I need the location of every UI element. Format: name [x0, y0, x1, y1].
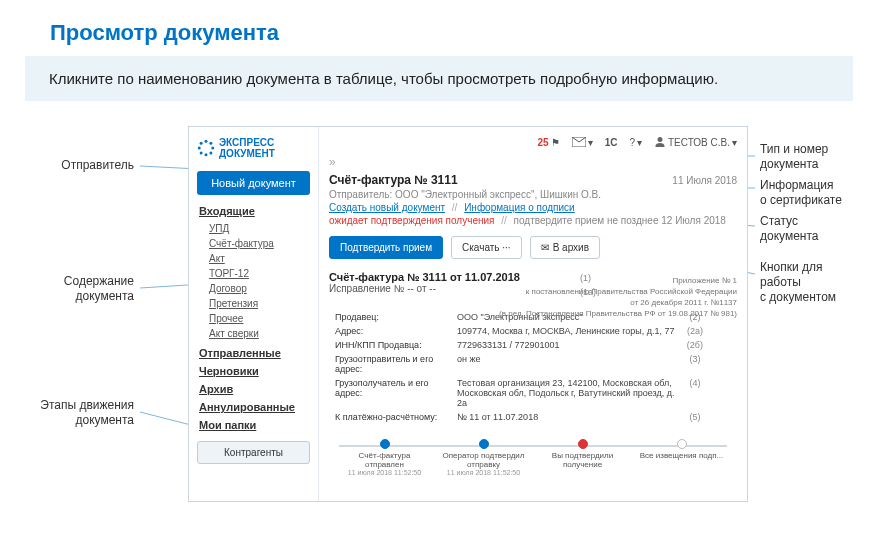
- svg-point-14: [209, 151, 212, 154]
- contractors-button[interactable]: Контрагенты: [197, 441, 310, 464]
- mail-icon[interactable]: ▾: [572, 137, 593, 148]
- callout-status: Статус документа: [760, 214, 870, 244]
- folder-item[interactable]: Договор: [199, 281, 308, 296]
- snowflake-icon: [197, 139, 215, 157]
- help-button[interactable]: ? ▾: [629, 137, 642, 148]
- app-window: ЭКСПРЕСС ДОКУМЕНТ Новый документ Входящи…: [188, 126, 748, 502]
- sender-line: Отправитель: ООО "Электронный экспресс",…: [329, 189, 737, 200]
- field-idx: (2б): [683, 339, 707, 351]
- step-label: Все извещения подп...: [637, 451, 727, 460]
- callout-sender: Отправитель: [24, 158, 134, 173]
- confirm-receive-button[interactable]: Подтвердить прием: [329, 236, 443, 259]
- logo-line2: ДОКУМЕНТ: [219, 148, 275, 159]
- document-title: Счёт-фактура № 3111: [329, 173, 458, 187]
- folder-item[interactable]: Претензия: [199, 296, 308, 311]
- folder-item[interactable]: Прочее: [199, 311, 308, 326]
- flag-icon: ⚑: [551, 137, 560, 148]
- diagram: Отправитель Содержание документа Этапы д…: [0, 126, 878, 526]
- help-label: ?: [629, 137, 635, 148]
- field-idx: (4): [683, 377, 707, 409]
- status-line: ожидает подтверждения получения // подтв…: [329, 215, 737, 226]
- field-row: ИНН/КПП Продавца:7729633131 / 772901001(…: [331, 339, 707, 351]
- step-label: Счёт-фактура отправлен: [340, 451, 430, 469]
- step-time: 11 июля 2018 11:52:50: [447, 469, 520, 477]
- field-value: он же: [453, 353, 681, 375]
- field-row: Грузоотправитель и его адрес:он же(3): [331, 353, 707, 375]
- logo-line1: ЭКСПРЕСС: [219, 137, 275, 148]
- step-dot: [380, 439, 390, 449]
- app-logo: ЭКСПРЕСС ДОКУМЕНТ: [189, 133, 318, 167]
- new-document-button[interactable]: Новый документ: [197, 171, 310, 195]
- badge-count: 25: [538, 137, 549, 148]
- link-separator: //: [452, 202, 458, 213]
- field-key: К платёжно-расчётному:: [331, 411, 451, 423]
- caret-down-icon: ▾: [732, 137, 737, 148]
- folders-list: ВходящиеУПДСчёт-фактураАктТОРГ-12Договор…: [189, 205, 318, 431]
- folder-group[interactable]: Черновики: [199, 365, 308, 377]
- callout-type-number: Тип и номер документа: [760, 142, 870, 172]
- create-new-doc-link[interactable]: Создать новый документ: [329, 202, 445, 213]
- step-dot: [479, 439, 489, 449]
- sidebar: ЭКСПРЕСС ДОКУМЕНТ Новый документ Входящи…: [189, 127, 319, 501]
- user-menu[interactable]: ТЕСТОВ С.В. ▾: [654, 136, 737, 148]
- folder-group[interactable]: Отправленные: [199, 347, 308, 359]
- folder-group[interactable]: Аннулированные: [199, 401, 308, 413]
- field-value: Тестовая организация 23, 142100, Московс…: [453, 377, 681, 409]
- envelope-icon: ✉: [541, 242, 549, 253]
- field-key: Грузополучатель и его адрес:: [331, 377, 451, 409]
- doc-body-correction: Исправление № -- от --: [329, 283, 520, 294]
- callout-content: Содержание документа: [24, 274, 134, 304]
- callout-cert-info: Информация о сертификате: [760, 178, 870, 208]
- expand-icon[interactable]: »: [329, 155, 737, 169]
- caret-down-icon: ▾: [637, 137, 642, 148]
- folder-item[interactable]: ТОРГ-12: [199, 266, 308, 281]
- doc-fields-table: Продавец:ООО "Электронный экспресс"(2)Ад…: [329, 309, 709, 425]
- folder-group[interactable]: Мои папки: [199, 419, 308, 431]
- progress-stepper: Счёт-фактура отправлен11 июля 2018 11:52…: [329, 439, 737, 473]
- folder-item[interactable]: Счёт-фактура: [199, 236, 308, 251]
- folder-item[interactable]: Акт: [199, 251, 308, 266]
- step-dot: [677, 439, 687, 449]
- folder-group[interactable]: Архив: [199, 383, 308, 395]
- status-waiting: ожидает подтверждения получения: [329, 215, 494, 226]
- field-row: К платёжно-расчётному:№ 11 от 11.07.2018…: [331, 411, 707, 423]
- archive-button[interactable]: ✉В архив: [530, 236, 600, 259]
- field-row: Адрес:109774, Москва г, МОСКВА, Ленински…: [331, 325, 707, 337]
- field-idx: (5): [683, 411, 707, 423]
- page-hint: Кликните по наименованию документа в таб…: [25, 56, 853, 101]
- download-button[interactable]: Скачать ···: [451, 236, 522, 259]
- svg-point-11: [200, 142, 203, 145]
- one-c-button[interactable]: 1С: [605, 137, 618, 148]
- field-key: ИНН/КПП Продавца:: [331, 339, 451, 351]
- folder-group[interactable]: Входящие: [199, 205, 308, 217]
- regulatory-note: Приложение № 1к постановлению Правительс…: [499, 275, 737, 319]
- field-value: 7729633131 / 772901001: [453, 339, 681, 351]
- signature-info-link[interactable]: Информация о подписи: [464, 202, 575, 213]
- field-row: Грузополучатель и его адрес:Тестовая орг…: [331, 377, 707, 409]
- doc-links: Создать новый документ // Информация о п…: [329, 202, 737, 213]
- step-label: Оператор подтвердил отправку: [439, 451, 529, 469]
- top-toolbar: 25⚑ ▾ 1С ? ▾ ТЕСТОВ С.В. ▾: [329, 133, 737, 151]
- callout-steps: Этапы движения документа: [24, 398, 134, 428]
- step-node: Счёт-фактура отправлен11 июля 2018 11:52…: [335, 439, 434, 477]
- page-title: Просмотр документа: [0, 0, 878, 56]
- doc-body-title: Счёт-фактура № 3111 от 11.07.2018: [329, 271, 520, 283]
- document-date: 11 Июля 2018: [672, 175, 737, 186]
- svg-point-13: [200, 151, 203, 154]
- field-idx: (3): [683, 353, 707, 375]
- step-time: 11 июля 2018 11:52:50: [348, 469, 421, 477]
- notifications-badge[interactable]: 25⚑: [538, 137, 560, 148]
- svg-point-8: [205, 153, 208, 156]
- status-separator: //: [501, 215, 507, 226]
- svg-point-10: [211, 147, 214, 150]
- action-bar: Подтвердить прием Скачать ··· ✉В архив: [329, 236, 737, 259]
- folder-item[interactable]: УПД: [199, 221, 308, 236]
- field-key: Продавец:: [331, 311, 451, 323]
- step-label: Вы подтвердили получение: [538, 451, 628, 469]
- step-node: Оператор подтвердил отправку11 июля 2018…: [434, 439, 533, 477]
- step-node: Все извещения подп...: [632, 439, 731, 477]
- user-icon: [654, 136, 666, 148]
- folder-item[interactable]: Акт сверки: [199, 326, 308, 341]
- field-key: Адрес:: [331, 325, 451, 337]
- svg-point-9: [198, 147, 201, 150]
